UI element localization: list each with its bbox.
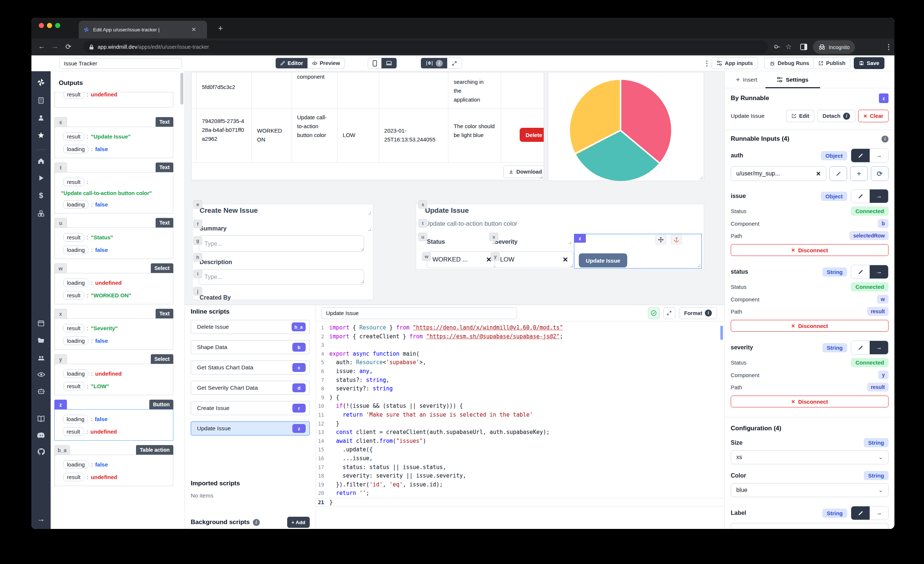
- output-key[interactable]: loading: [63, 278, 88, 287]
- output-card-b_a[interactable]: b_a Table action loading:false result:un…: [54, 455, 173, 486]
- output-key[interactable]: result: [63, 473, 84, 481]
- code-editor[interactable]: 1import { Resource } from "https://deno.…: [316, 321, 724, 506]
- debug-runs-button[interactable]: Debug Runs: [764, 57, 814, 69]
- tab-settings[interactable]: Settings: [777, 76, 808, 83]
- new-tab-button[interactable]: +: [218, 24, 223, 33]
- detach-runnable-button[interactable]: Detach i: [817, 110, 855, 122]
- code-line[interactable]: 14 await client.from("issues"): [316, 437, 724, 446]
- static-mode-button[interactable]: [851, 190, 870, 203]
- connect-mode-button[interactable]: →: [870, 265, 888, 278]
- output-card-s[interactable]: s Text result:"Update Issue" loading:fal…: [54, 127, 173, 158]
- script-name-input[interactable]: Update Issue: [321, 307, 517, 319]
- component-id-badge[interactable]: z: [574, 234, 586, 243]
- code-line[interactable]: 19 }).filter('id', 'eq', issue.id);: [316, 480, 724, 489]
- save-button[interactable]: Save: [854, 57, 885, 69]
- component-id-badge[interactable]: f: [193, 220, 202, 228]
- output-card-z-selected[interactable]: z Button loading:false result:undefined: [54, 409, 173, 441]
- close-window-button[interactable]: [39, 23, 44, 28]
- address-bar[interactable]: app.windmill.dev/apps/edit/u/user/issue-…: [83, 40, 768, 53]
- folders-icon[interactable]: [38, 337, 45, 344]
- script-item[interactable]: Update Issue z: [191, 422, 310, 435]
- side-panel-icon[interactable]: [800, 43, 807, 50]
- discord-icon[interactable]: [38, 432, 45, 438]
- status-select[interactable]: WORKED ...✕: [427, 251, 497, 268]
- code-line[interactable]: 5 auth: Resource<'supabase'>,: [316, 358, 724, 367]
- groups-users-icon[interactable]: [38, 354, 45, 362]
- resize-handle[interactable]: [492, 241, 494, 244]
- back-icon[interactable]: ←: [38, 42, 45, 51]
- resize-handle[interactable]: [700, 177, 702, 179]
- home-icon[interactable]: [38, 157, 45, 165]
- label-input[interactable]: [731, 523, 888, 529]
- resize-handle[interactable]: [568, 241, 571, 244]
- static-mode-button[interactable]: [851, 506, 870, 520]
- clear-icon[interactable]: ✕: [562, 256, 568, 264]
- script-item[interactable]: Shape Data b: [191, 340, 310, 354]
- output-key[interactable]: loading: [63, 415, 88, 423]
- code-line[interactable]: 2import { createClient } from "https://e…: [316, 332, 724, 341]
- code-line[interactable]: 13 const client = createClient(auth.supa…: [316, 428, 724, 437]
- code-line[interactable]: 18 severity: severity || issue.severity,: [316, 472, 724, 480]
- info-icon[interactable]: i: [882, 136, 888, 142]
- minimize-window-button[interactable]: [47, 23, 52, 28]
- expand-editor-button[interactable]: [663, 307, 675, 319]
- output-key[interactable]: result: [63, 382, 84, 390]
- apps-grid-icon[interactable]: [38, 97, 45, 104]
- clear-runnable-button[interactable]: ✕ Clear: [858, 110, 888, 122]
- forward-icon[interactable]: →: [51, 42, 58, 51]
- connect-mode-button[interactable]: →: [870, 506, 888, 520]
- tab-close-icon[interactable]: ✕: [192, 26, 196, 33]
- add-resource-button[interactable]: +: [850, 166, 868, 181]
- output-key[interactable]: result: [63, 427, 84, 436]
- clear-resource-icon[interactable]: ✕: [816, 170, 821, 177]
- favorites-star-icon[interactable]: [38, 132, 45, 139]
- edit-resource-button[interactable]: [830, 166, 847, 181]
- edit-runnable-button[interactable]: Edit: [786, 110, 814, 122]
- app-inputs-button[interactable]: App inputs: [711, 57, 758, 69]
- publish-button[interactable]: Publish: [813, 57, 850, 69]
- mobile-view-button[interactable]: [368, 58, 381, 68]
- preview-tab[interactable]: Preview: [308, 58, 345, 68]
- static-mode-button[interactable]: [851, 149, 870, 162]
- code-line[interactable]: 11 return 'Make sure that an issue is se…: [316, 411, 724, 420]
- output-key[interactable]: result: [63, 324, 84, 332]
- browser-tab[interactable]: Edit App u/user/issue-tracker | ✕: [79, 21, 207, 39]
- code-line[interactable]: 6 issue: any,: [316, 367, 724, 376]
- resources-cubes-icon[interactable]: [38, 210, 45, 217]
- editor-scrollbar-thumb[interactable]: [720, 326, 723, 340]
- delete-row-button[interactable]: Delete: [520, 128, 544, 142]
- code-line[interactable]: 3: [316, 341, 724, 350]
- update-issue-button[interactable]: Update Issue: [579, 253, 627, 268]
- output-card-y[interactable]: y Select loading:undefined result:"LOW": [54, 364, 173, 395]
- resize-handle[interactable]: [368, 228, 371, 231]
- script-item[interactable]: Get Severity Chart Data d: [191, 381, 310, 395]
- output-key[interactable]: result: [63, 132, 84, 141]
- table-row[interactable]: 794208f5-2735-428a-b4af-b071ff0a2962 WOR…: [192, 109, 544, 163]
- json-debug-button[interactable]: |0|i: [421, 58, 447, 68]
- output-key[interactable]: result: [63, 291, 84, 299]
- variables-dollar-icon[interactable]: $: [39, 191, 43, 200]
- summary-input[interactable]: Type...: [199, 235, 364, 252]
- output-key[interactable]: loading: [63, 200, 88, 209]
- static-mode-button[interactable]: [851, 341, 870, 354]
- code-line[interactable]: 12 }: [316, 420, 724, 428]
- move-handle[interactable]: [655, 235, 666, 244]
- component-id-badge[interactable]: e: [193, 200, 202, 209]
- component-id-badge[interactable]: g: [193, 236, 202, 245]
- disconnect-button[interactable]: ✕Disconnect: [731, 320, 888, 332]
- audit-eye-icon[interactable]: [38, 372, 45, 377]
- component-id-badge[interactable]: u: [418, 233, 427, 241]
- output-key[interactable]: loading: [63, 145, 88, 153]
- component-id-badge[interactable]: y: [491, 252, 500, 261]
- code-line[interactable]: 16 ...issue,: [316, 454, 724, 463]
- component-id-badge[interactable]: h: [193, 253, 202, 262]
- desktop-view-button[interactable]: [381, 58, 397, 68]
- component-id-badge[interactable]: s: [418, 200, 427, 209]
- refresh-resource-button[interactable]: ⟳: [871, 166, 888, 181]
- format-button[interactable]: Format i: [679, 307, 717, 319]
- password-key-icon[interactable]: [773, 43, 781, 51]
- size-select[interactable]: xs⌄: [731, 450, 888, 464]
- code-line[interactable]: 7 status?: string,: [316, 376, 724, 385]
- code-line[interactable]: 10 if(!(issue && (status || severity))) …: [316, 402, 724, 411]
- anchor-handle[interactable]: [671, 235, 682, 244]
